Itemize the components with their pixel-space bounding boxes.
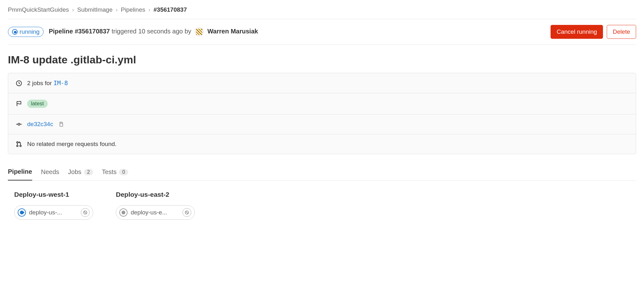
tab-tests[interactable]: Tests 0	[102, 164, 128, 180]
cancel-running-button[interactable]: Cancel running	[551, 25, 603, 39]
tab-needs[interactable]: Needs	[41, 164, 59, 180]
copy-icon[interactable]	[58, 121, 64, 127]
pipeline-id: #356170837	[75, 28, 110, 35]
created-icon	[119, 208, 128, 217]
stage-column: Deploy-us-east-2 deploy-us-e...	[116, 191, 195, 220]
pipeline-header-left: running Pipeline #356170837 triggered 10…	[8, 27, 258, 37]
job-card[interactable]: deploy-us-e...	[116, 205, 195, 220]
svg-rect-2	[60, 123, 63, 126]
breadcrumb-item[interactable]: SubmitImage	[77, 6, 113, 13]
commit-info-row: de32c34c	[8, 114, 636, 134]
chevron-right-icon: ›	[116, 6, 118, 13]
status-badge[interactable]: running	[8, 27, 44, 37]
commit-link[interactable]: de32c34c	[27, 121, 53, 128]
svg-point-3	[17, 142, 18, 143]
jobs-info-row: 2 jobs for IM-8	[8, 73, 636, 93]
mr-info-row: No related merge requests found.	[8, 134, 636, 154]
status-label: running	[20, 28, 39, 35]
job-name: deploy-us-e...	[131, 209, 179, 216]
chevron-right-icon: ›	[148, 6, 150, 13]
page-title: IM-8 update .gitlab-ci.yml	[8, 54, 636, 66]
breadcrumb: PmmQuickStartGuides › SubmitImage › Pipe…	[8, 6, 636, 19]
stage-column: Deploy-us-west-1 deploy-us-...	[14, 191, 93, 220]
job-card[interactable]: deploy-us-...	[14, 205, 93, 220]
breadcrumb-item[interactable]: Pipelines	[121, 6, 145, 13]
cancel-job-button[interactable]	[182, 208, 191, 217]
tag-info-row: latest	[8, 93, 636, 114]
latest-tag[interactable]: latest	[27, 100, 48, 108]
stage-title: Deploy-us-east-2	[116, 191, 195, 198]
svg-point-5	[20, 145, 21, 147]
triggered-text: triggered 10 seconds ago by	[111, 28, 191, 35]
merge-request-icon	[16, 141, 22, 147]
breadcrumb-item[interactable]: PmmQuickStartGuides	[8, 6, 69, 13]
branch-link[interactable]: IM-8	[53, 79, 68, 86]
pipeline-graph: Deploy-us-west-1 deploy-us-... Deploy-us…	[8, 181, 636, 230]
tab-jobs[interactable]: Jobs 2	[68, 164, 93, 180]
commit-icon	[16, 121, 22, 127]
stage-title: Deploy-us-west-1	[14, 191, 93, 198]
chevron-right-icon: ›	[72, 6, 74, 13]
tab-pipeline[interactable]: Pipeline	[8, 164, 32, 181]
cancel-icon	[83, 210, 87, 215]
pipeline-label: Pipeline	[49, 28, 73, 35]
running-icon	[12, 29, 18, 35]
running-icon	[18, 208, 26, 217]
jobs-text: 2 jobs for IM-8	[27, 79, 68, 87]
info-panel: 2 jobs for IM-8 latest de32c34c No relat…	[8, 73, 636, 154]
svg-point-4	[17, 145, 18, 147]
tests-count: 0	[119, 169, 128, 175]
breadcrumb-current: #356170837	[153, 6, 187, 13]
mr-text: No related merge requests found.	[27, 141, 116, 148]
jobs-count: 2	[84, 169, 93, 175]
flag-icon	[16, 101, 22, 107]
clock-icon	[16, 80, 22, 86]
svg-point-1	[18, 123, 20, 125]
delete-button[interactable]: Delete	[607, 25, 636, 39]
tabs: Pipeline Needs Jobs 2 Tests 0	[8, 164, 636, 181]
pipeline-header: running Pipeline #356170837 triggered 10…	[8, 19, 636, 45]
cancel-job-button[interactable]	[81, 208, 90, 217]
cancel-icon	[185, 210, 189, 215]
job-name: deploy-us-...	[29, 209, 78, 216]
user-name[interactable]: Warren Marusiak	[207, 28, 258, 35]
pipeline-header-actions: Cancel running Delete	[551, 25, 636, 39]
pipeline-trigger-text: Pipeline #356170837 triggered 10 seconds…	[49, 27, 258, 36]
avatar[interactable]	[195, 27, 204, 36]
